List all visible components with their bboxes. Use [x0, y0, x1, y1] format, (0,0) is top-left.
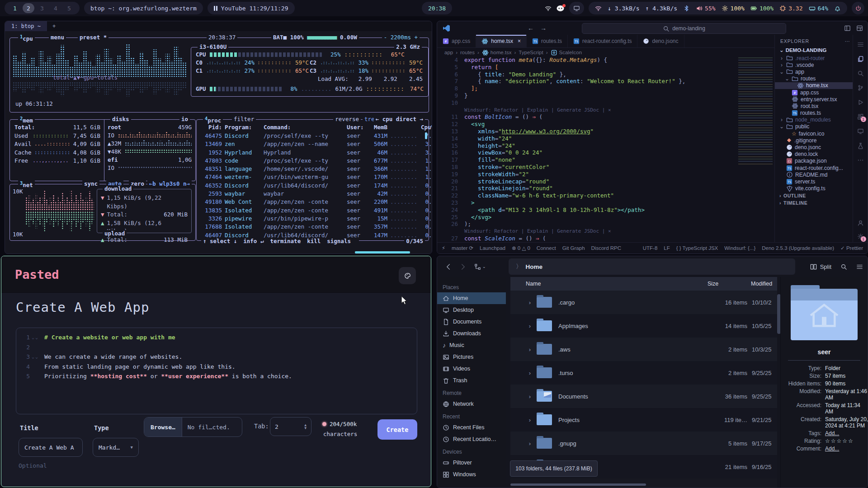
code-line-22[interactable]: 22 className="w-6 h-6 text-primary-conte…: [437, 192, 736, 199]
code-line-25[interactable]: 25 </svg>: [437, 214, 736, 221]
explorer-item-node_modules[interactable]: ›node_modules: [775, 117, 854, 123]
place-pictures[interactable]: Pictures: [437, 351, 506, 363]
code-line-26[interactable]: 26);: [437, 221, 736, 228]
create-button[interactable]: Create: [377, 419, 417, 440]
detail-value[interactable]: Add...: [825, 446, 868, 452]
btop-mem-title[interactable]: 2mem: [18, 116, 35, 124]
breadcrumb-item[interactable]: routes: [460, 50, 475, 55]
power-button[interactable]: [852, 2, 864, 14]
proc-scrollbar[interactable]: [425, 132, 427, 139]
forward-button[interactable]: [459, 263, 466, 270]
explorer-item-package.json[interactable]: {}package.json: [775, 158, 854, 164]
explorer-item-server.ts[interactable]: TSserver.ts: [775, 178, 854, 185]
workspace-switcher[interactable]: 12345: [5, 2, 80, 14]
explorer-item-routes[interactable]: ⌄routes: [775, 75, 854, 82]
tray-net-speed-item[interactable]: ↓ 3.3kB/s: [608, 5, 639, 12]
file-row-AppImages[interactable]: › AppImages14 items10/5/25: [510, 314, 777, 338]
breadcrumb-item[interactable]: home.tsx: [482, 49, 512, 56]
place-trash[interactable]: Trash: [437, 375, 506, 386]
code-line-12[interactable]: 12 <svg: [437, 121, 736, 128]
place-music[interactable]: ♪Music: [437, 339, 506, 351]
explorer-item-.gitignore[interactable]: .gitignore: [775, 137, 854, 144]
tray-bt-item[interactable]: [683, 5, 690, 12]
process-row[interactable]: 13469zen/app/zen/zen --name seer506M....…: [200, 140, 432, 148]
place-downloads[interactable]: Downloads: [437, 328, 506, 339]
explorer-more-icon[interactable]: ⋯: [845, 38, 850, 44]
status-item[interactable]: ✓ Prettier: [840, 245, 863, 251]
menu-button[interactable]: [856, 263, 863, 270]
explorer-item-react-router.config...[interactable]: TSreact-router.config...: [775, 164, 854, 171]
place-windows[interactable]: Windows: [437, 469, 506, 480]
graph-divider[interactable]: total─▲▼─gpu─totals: [53, 74, 118, 81]
breadcrumb-item[interactable]: TypeScript: [519, 50, 543, 55]
workspace-5[interactable]: 5: [63, 3, 75, 13]
code-line-8[interactable]: 8 ];: [437, 85, 736, 92]
file-row-.gnupg[interactable]: › .gnupg5 items9/17/25: [510, 432, 777, 455]
workspace-2[interactable]: 2: [23, 3, 34, 13]
explorer-item-entry.server.tsx[interactable]: entry.server.tsx: [775, 96, 854, 103]
code-line-17[interactable]: 17 fill="none": [437, 156, 736, 164]
terminal-tab[interactable]: 1: btop ~: [5, 21, 47, 31]
tray-app-icon[interactable]: [569, 2, 584, 14]
process-row[interactable]: 47464wezterm-/usr/bin/wezterm-gu seer170…: [200, 173, 432, 181]
btop-preset-button[interactable]: preset *: [78, 34, 108, 41]
place-home[interactable]: Home: [437, 292, 506, 304]
btop-update-interval[interactable]: - 2200ms +: [382, 34, 420, 41]
activity-run-debug-icon[interactable]: [857, 99, 864, 106]
editor-tab-app.css[interactable]: # app.css: [437, 35, 476, 47]
explorer-section-timeline[interactable]: ›TIMELINE: [775, 199, 854, 206]
explorer-item-README.md[interactable]: README.md: [775, 171, 854, 178]
code-line-24[interactable]: 24 <path d="M13 2 3 14h9l-1 8 10-12h-9l1…: [437, 206, 736, 214]
workspace-4[interactable]: 4: [50, 3, 61, 13]
location-breadcrumb[interactable]: 〉 Home: [509, 258, 795, 275]
code-line-23[interactable]: 23 >: [437, 199, 736, 206]
editor-line-2[interactable]: 2: [16, 343, 417, 352]
split-view-button[interactable]: Split: [810, 263, 831, 270]
title-input[interactable]: Create A Web A: [19, 438, 83, 457]
status-item[interactable]: Deno 2.5.3 (Upgrade available): [762, 245, 834, 251]
code-line-19[interactable]: 19 strokeWidth="2": [437, 171, 736, 178]
expand-chevron-icon[interactable]: ›: [523, 393, 537, 400]
place-network[interactable]: Network: [437, 398, 506, 410]
status-item[interactable]: Launchpad: [480, 245, 505, 251]
explorer-item-deno.lock[interactable]: deno.lock: [775, 151, 854, 158]
file-row-.aws[interactable]: › .aws2 items10/3/25: [510, 338, 777, 361]
code-line-27[interactable]: 27const ScaleIcon = () ⇒ (: [437, 235, 736, 242]
activity-source-control-icon[interactable]: [857, 84, 864, 91]
workspace-1[interactable]: 1: [9, 3, 21, 13]
btop-net-title[interactable]: 3net: [18, 180, 35, 188]
nav-forward-button[interactable]: →: [540, 24, 547, 32]
tray-ram-item[interactable]: 64%: [809, 5, 828, 12]
expand-chevron-icon[interactable]: ›: [523, 323, 537, 329]
code-line-18[interactable]: 18 stroke="currentColor": [437, 164, 736, 171]
code-line-16[interactable]: 16 viewBox="0 0 24 24": [437, 149, 736, 156]
proc-columns[interactable]: Pid:Program:Command: User:MemBCpu% ↑: [200, 123, 432, 131]
wifi-tray-icon[interactable]: [545, 5, 552, 12]
tray-battery-item[interactable]: 100%: [750, 5, 774, 12]
explorer-item-.vscode[interactable]: ›.vscode: [775, 61, 854, 68]
code-line-10[interactable]: 10: [437, 99, 736, 107]
activity-extensions-icon[interactable]: 1: [857, 113, 864, 120]
tray-wifi-item[interactable]: [595, 5, 602, 12]
view-mode-button[interactable]: ⌄: [474, 263, 486, 270]
process-row[interactable]: 1952HyprlandHyprland seer46M..........3.…: [200, 149, 432, 157]
codelens-actions[interactable]: Windsurf: Refactor | Explain | Generate …: [464, 107, 611, 114]
explorer-item-public[interactable]: ⌄public: [775, 123, 854, 130]
tab-size-stepper[interactable]: 2 ▲▼: [270, 417, 311, 436]
place-desktop[interactable]: Desktop: [437, 304, 506, 316]
code-line-14[interactable]: 14 width="24": [437, 135, 736, 142]
btop-menu-button[interactable]: menu: [49, 34, 66, 41]
command-center-search[interactable]: demo-landing: [582, 23, 786, 34]
code-line-11[interactable]: 11const BoltIcon = () ⇒ (: [437, 113, 736, 121]
status-item[interactable]: UTF-8: [643, 245, 658, 251]
process-row[interactable]: 13835Isolated/app/zen/zen -conte seer491…: [200, 206, 432, 215]
place-documents[interactable]: Documents: [437, 316, 506, 328]
type-dropdown[interactable]: Markd…▼: [93, 438, 139, 457]
activity-more-icon[interactable]: [857, 157, 864, 164]
editor-tab-react-router.config.ts[interactable]: TS react-router.config.ts: [568, 35, 637, 47]
place-recent-files[interactable]: Recent Files: [437, 422, 506, 433]
explorer-root-folder[interactable]: ⌄DEMO-LANDING: [775, 46, 854, 55]
tray-vol-item[interactable]: 55%: [696, 5, 715, 12]
file-row-Documents[interactable]: › Documents36 items9/25/25: [510, 385, 777, 408]
code-line-13[interactable]: 13 xmlns="http://www.w3.org/2000/svg": [437, 128, 736, 135]
